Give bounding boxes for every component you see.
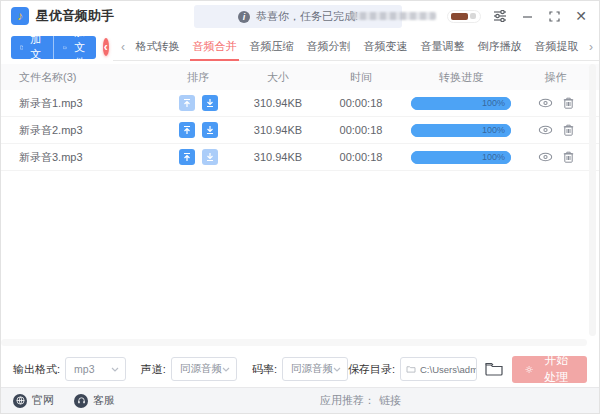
tab-volume-adjust[interactable]: 音量调整 <box>414 33 471 61</box>
output-format-label: 输出格式: <box>13 362 60 377</box>
file-name: 新录音1.mp3 <box>1 96 162 111</box>
chevron-down-icon <box>222 367 230 372</box>
save-dir-input[interactable]: C:\Users\admin\Deskto <box>400 357 477 381</box>
progress-label: 100% <box>482 124 505 137</box>
notification-text: 恭喜你，任务已完成! <box>256 9 358 24</box>
tab-audio-split[interactable]: 音频分割 <box>300 33 357 61</box>
add-folder-button[interactable]: 添加文件夹 <box>53 36 96 59</box>
blurred-text <box>350 12 436 20</box>
progress-bar: 100% <box>411 151 511 164</box>
delete-trash-icon[interactable] <box>563 151 574 163</box>
language-flag-icon[interactable] <box>447 10 481 23</box>
support-link[interactable]: 客服 <box>74 393 115 408</box>
preview-eye-icon[interactable] <box>538 151 553 163</box>
delete-trash-icon[interactable] <box>563 124 574 136</box>
settings-sliders-icon[interactable] <box>492 8 508 24</box>
file-duration: 00:00:18 <box>322 124 400 136</box>
move-down-button[interactable] <box>202 95 218 111</box>
tab-audio-merge[interactable]: 音频合并 <box>186 33 243 61</box>
info-icon: i <box>238 11 250 23</box>
file-size: 310.94KB <box>234 124 322 136</box>
channel-select[interactable]: 同源音频 <box>171 357 237 381</box>
file-actions-group: 添加文件 添加文件夹 清空音频 <box>11 36 96 59</box>
file-name: 新录音3.mp3 <box>1 150 162 165</box>
tabs-next-arrow[interactable]: › <box>585 40 597 54</box>
progress-bar: 100% <box>411 124 511 137</box>
close-button[interactable]: ✕ <box>573 8 589 24</box>
app-title: 星优音频助手 <box>36 7 114 25</box>
vertical-scrollbar[interactable] <box>589 64 596 336</box>
minimize-button[interactable] <box>519 8 535 24</box>
headset-icon <box>74 394 88 408</box>
move-up-button[interactable] <box>179 149 195 165</box>
bitrate-label: 码率: <box>252 362 277 377</box>
recommend-link[interactable]: 链接 <box>379 393 401 408</box>
col-ops: 操作 <box>522 70 589 85</box>
col-sort: 排序 <box>162 70 234 85</box>
channel-label: 声道: <box>141 362 166 377</box>
col-progress: 转换进度 <box>400 70 522 85</box>
preview-eye-icon[interactable] <box>538 97 553 109</box>
preview-eye-icon[interactable] <box>538 124 553 136</box>
official-site-link[interactable]: 官网 <box>13 393 54 408</box>
tab-strip: ‹ 格式转换 音频合并 音频压缩 音频分割 音频变速 音量调整 倒序播放 音频提… <box>113 33 599 61</box>
col-size: 大小 <box>234 70 322 85</box>
file-duration: 00:00:18 <box>322 97 400 109</box>
folder-icon <box>406 365 416 373</box>
app-logo-icon: ♪ <box>11 7 29 25</box>
table-header: 文件名称(3) 排序 大小 时间 转换进度 操作 <box>1 64 599 90</box>
recommend-label: 应用推荐： <box>320 393 375 408</box>
save-dir-label: 保存目录: <box>348 362 395 377</box>
file-size: 310.94KB <box>234 151 322 163</box>
delete-trash-icon[interactable] <box>563 97 574 109</box>
maximize-button[interactable] <box>546 8 562 24</box>
tab-format-convert[interactable]: 格式转换 <box>129 33 186 61</box>
table-row: 新录音1.mp3 310.94KB 00:00:18 100% <box>1 90 599 117</box>
gear-icon <box>525 364 533 375</box>
col-filename: 文件名称(3) <box>1 70 162 85</box>
tabs-scroll-left-button[interactable]: ‹ <box>103 38 109 56</box>
app-window: ♪ 星优音频助手 i 恭喜你，任务已完成! <box>0 0 600 414</box>
tab-reverse-play[interactable]: 倒序播放 <box>471 33 528 61</box>
browse-folder-button[interactable] <box>485 362 503 376</box>
move-down-button[interactable] <box>202 149 218 165</box>
table-row: 新录音3.mp3 310.94KB 00:00:18 100% <box>1 144 599 171</box>
output-settings-bar: 输出格式: mp3 声道: 同源音频 码率: 同源音频 保存目录: C:\Use… <box>1 351 599 387</box>
output-format-select[interactable]: mp3 <box>65 357 126 381</box>
progress-bar: 100% <box>411 97 511 110</box>
move-up-button[interactable] <box>179 95 195 111</box>
table-row: 新录音2.mp3 310.94KB 00:00:18 100% <box>1 117 599 144</box>
chevron-down-icon <box>111 367 119 372</box>
progress-label: 100% <box>482 97 505 110</box>
chevron-down-icon <box>333 367 341 372</box>
file-duration: 00:00:18 <box>322 151 400 163</box>
tabs-prev-arrow[interactable]: ‹ <box>117 40 129 54</box>
progress-label: 100% <box>482 151 505 164</box>
folder-open-icon <box>485 362 503 376</box>
tab-audio-extract[interactable]: 音频提取 <box>528 33 585 61</box>
start-processing-button[interactable]: 开始处理 <box>512 356 587 383</box>
toolbar: 添加文件 添加文件夹 清空音频 ‹ ‹ 格式转换 音频合并 音频压缩 音频分割 … <box>1 33 599 61</box>
col-time: 时间 <box>322 70 400 85</box>
horizontal-scrollbar[interactable] <box>1 339 587 346</box>
tab-audio-compress[interactable]: 音频压缩 <box>243 33 300 61</box>
titlebar: ♪ 星优音频助手 i 恭喜你，任务已完成! <box>1 1 599 31</box>
statusbar: 官网 客服 应用推荐： 链接 <box>1 387 599 413</box>
file-name: 新录音2.mp3 <box>1 123 162 138</box>
tab-audio-speed[interactable]: 音频变速 <box>357 33 414 61</box>
bitrate-select[interactable]: 同源音频 <box>282 357 348 381</box>
move-up-button[interactable] <box>179 122 195 138</box>
add-file-button[interactable]: 添加文件 <box>11 36 53 59</box>
file-size: 310.94KB <box>234 97 322 109</box>
move-down-button[interactable] <box>202 122 218 138</box>
globe-icon <box>13 394 27 408</box>
